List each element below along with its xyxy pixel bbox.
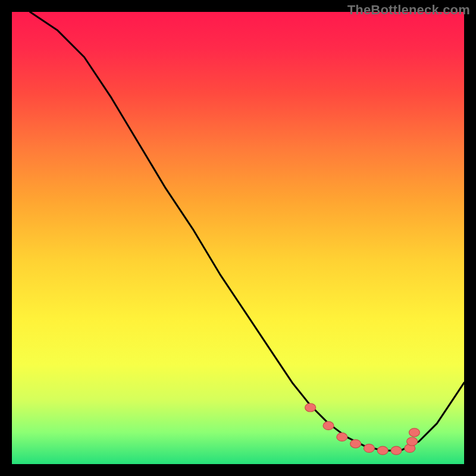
marker-dot xyxy=(364,444,374,452)
chart-frame: TheBottleneck.com xyxy=(0,0,476,476)
marker-dot xyxy=(377,446,388,455)
marker-dot xyxy=(407,437,418,446)
marker-dot xyxy=(350,440,361,448)
plot-area xyxy=(12,12,464,464)
marker-dot xyxy=(323,421,334,430)
marker-dot xyxy=(337,433,347,441)
marker-dot xyxy=(409,428,419,437)
marker-dot xyxy=(305,403,316,412)
marker-group xyxy=(305,403,420,455)
chart-svg xyxy=(12,12,464,464)
marker-dot xyxy=(391,446,402,455)
series-curve xyxy=(30,12,464,450)
watermark-text: TheBottleneck.com xyxy=(347,2,470,18)
